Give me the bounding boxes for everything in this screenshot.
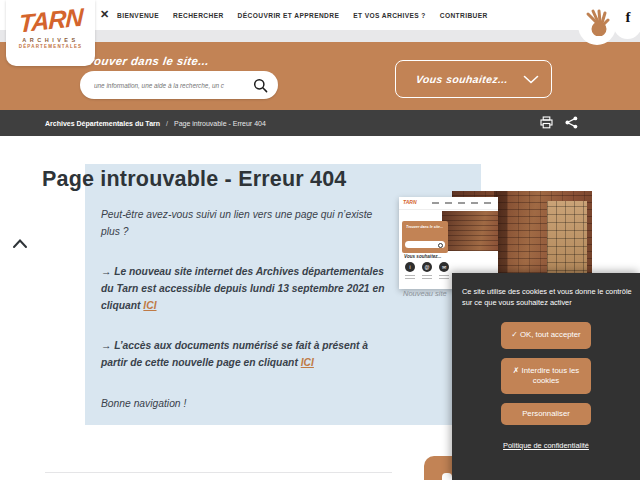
building-window bbox=[547, 201, 587, 279]
vous-souhaitez-dropdown[interactable]: Vous souhaitez... bbox=[395, 60, 552, 98]
cookie-consent-dialog: Ce site utilise des cookies et vous donn… bbox=[452, 273, 640, 480]
breadcrumb-current-page: Page introuvable - Erreur 404 bbox=[174, 120, 266, 127]
new-site-paragraph: → Le nouveau site internet des Archives … bbox=[101, 264, 385, 314]
error-message-body: Peut-être avez-vous suivi un lien vers u… bbox=[101, 207, 385, 412]
main-nav: BIENVENUE RECHERCHER DÉCOUVRIR ET APPREN… bbox=[117, 0, 488, 30]
new-site-link[interactable]: ICI bbox=[143, 300, 156, 311]
mini-quicklink-circles: i@✉ bbox=[405, 262, 449, 272]
documents-paragraph: → L’accès aux documents numérisé se fait… bbox=[101, 338, 385, 371]
nav-item-vos-archives[interactable]: ET VOS ARCHIVES ? bbox=[353, 12, 426, 19]
chevron-down-icon bbox=[523, 75, 539, 84]
page-introuvable-screen: TARN ARCHIVES DÉPARTEMENTALES ✕ BIENVENU… bbox=[0, 0, 640, 480]
outro-paragraph: Bonne navigation ! bbox=[101, 396, 385, 413]
search-input[interactable] bbox=[94, 82, 253, 89]
intro-paragraph: Peut-être avez-vous suivi un lien vers u… bbox=[101, 207, 385, 240]
logo-subtitle-departementales: DÉPARTEMENTALES bbox=[6, 44, 95, 49]
mini-logo: TARN bbox=[403, 199, 417, 205]
thumbnail-caption: Nouveau site bbox=[403, 289, 447, 298]
gray-strip bbox=[0, 30, 640, 42]
cookie-deny-button[interactable]: ✗ Interdire tous les cookies bbox=[501, 358, 591, 394]
breadcrumb: Archives Départementales du Tarn / Page … bbox=[0, 110, 640, 136]
nav-item-bienvenue[interactable]: BIENVENUE bbox=[117, 12, 159, 19]
search-icon[interactable] bbox=[253, 78, 268, 93]
site-logo[interactable]: TARN ARCHIVES DÉPARTEMENTALES bbox=[6, 0, 95, 66]
facebook-icon[interactable]: f bbox=[621, 9, 635, 29]
nav-item-decouvrir[interactable]: DÉCOUVRIR ET APPRENDRE bbox=[238, 12, 340, 19]
mini-nav bbox=[432, 202, 494, 204]
documents-link[interactable]: ICI bbox=[301, 357, 314, 368]
nav-item-contribuer[interactable]: CONTRIBUER bbox=[440, 12, 488, 19]
close-menu-icon[interactable]: ✕ bbox=[100, 8, 109, 21]
print-icon[interactable] bbox=[540, 116, 553, 129]
footer-divider bbox=[45, 472, 392, 473]
site-search[interactable] bbox=[80, 71, 278, 99]
sign-language-icon[interactable] bbox=[584, 9, 610, 40]
mini-search-pill bbox=[405, 241, 445, 248]
privacy-policy-link[interactable]: Politique de confidentialité bbox=[491, 441, 601, 451]
breadcrumb-home-link[interactable]: Archives Départementales du Tarn bbox=[45, 120, 160, 127]
mini-wish-label: Vous souhaitez... bbox=[404, 254, 441, 259]
dropdown-label: Vous souhaitez... bbox=[415, 73, 524, 85]
mini-hero-photo bbox=[442, 211, 498, 251]
logo-title: TARN bbox=[18, 3, 82, 39]
nav-item-rechercher[interactable]: RECHERCHER bbox=[173, 12, 224, 19]
documents-text: → L’accès aux documents numérisé se fait… bbox=[101, 340, 368, 368]
cookie-accept-button[interactable]: ✓ OK, tout accepter bbox=[501, 322, 591, 349]
search-band-label: Trouver dans le site... bbox=[81, 55, 210, 67]
mini-search-panel: Trouver dans le site... bbox=[402, 221, 448, 253]
scroll-top-button[interactable] bbox=[12, 235, 28, 253]
page-title: Page introuvable - Erreur 404 bbox=[42, 167, 402, 192]
cookie-customize-button[interactable]: Personnaliser bbox=[501, 403, 591, 425]
cookie-message: Ce site utilise des cookies et vous donn… bbox=[462, 287, 634, 308]
share-icon[interactable] bbox=[565, 116, 578, 129]
breadcrumb-separator: / bbox=[166, 120, 168, 127]
chevron-up-icon bbox=[12, 238, 28, 249]
